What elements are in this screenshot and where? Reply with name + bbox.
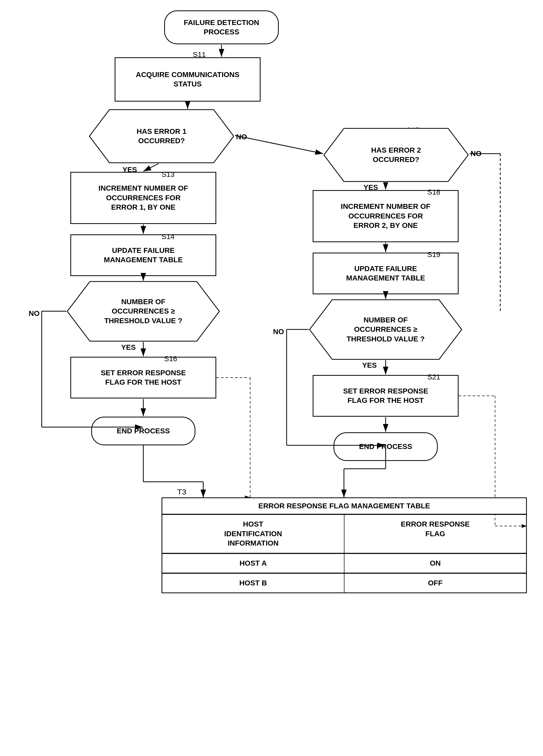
step-s11-label: ACQUIRE COMMUNICATIONS STATUS	[136, 70, 239, 89]
no-label-s12: NO	[236, 133, 247, 141]
end-node-1: END PROCESS	[91, 417, 195, 445]
step-s16: SET ERROR RESPONSEFLAG FOR THE HOST	[70, 357, 216, 398]
step-s14-label: UPDATE FAILUREMANAGEMENT TABLE	[104, 246, 183, 265]
end-node-2: END PROCESS	[334, 432, 438, 461]
start-label: FAILURE DETECTION PROCESS	[184, 18, 259, 37]
table-row-1: HOST A ON	[162, 554, 526, 573]
step-s14: UPDATE FAILUREMANAGEMENT TABLE	[70, 234, 216, 276]
table-title: ERROR RESPONSE FLAG MANAGEMENT TABLE	[162, 498, 526, 515]
step-s19: UPDATE FAILUREMANAGEMENT TABLE	[313, 253, 459, 294]
error-response-table: ERROR RESPONSE FLAG MANAGEMENT TABLE HOS…	[161, 497, 527, 593]
yes-label-s15: YES	[121, 343, 136, 352]
flowchart-diagram: FAILURE DETECTION PROCESS S11 ACQUIRE CO…	[0, 0, 543, 756]
yes-label-s20: YES	[362, 361, 377, 370]
col1-header: HOSTIDENTIFICATIONINFORMATION	[162, 515, 344, 553]
step-s11: ACQUIRE COMMUNICATIONS STATUS	[115, 57, 260, 102]
step-s12: HAS ERROR 1OCCURRED?	[89, 109, 234, 164]
step-s15-label: NUMBER OFOCCURRENCES ≥THRESHOLD VALUE ?	[104, 297, 182, 326]
t3-label: T3	[177, 488, 186, 496]
end1-label: END PROCESS	[117, 426, 170, 436]
row2-col2: OFF	[344, 573, 526, 592]
step-s17: HAS ERROR 2OCCURRED?	[323, 128, 469, 182]
col2-header: ERROR RESPONSEFLAG	[344, 515, 526, 553]
step-s19-label: UPDATE FAILUREMANAGEMENT TABLE	[346, 264, 425, 283]
step-s15: NUMBER OFOCCURRENCES ≥THRESHOLD VALUE ?	[66, 281, 220, 342]
no-label-s15: NO	[29, 309, 40, 318]
step-s18-label: INCREMENT NUMBER OFOCCURRENCES FORERROR …	[341, 202, 431, 230]
row2-col1: HOST B	[162, 573, 344, 592]
step-s17-label: HAS ERROR 2OCCURRED?	[371, 146, 421, 165]
table-row-2: HOST B OFF	[162, 573, 526, 592]
row1-col2: ON	[344, 554, 526, 573]
svg-line-5	[235, 135, 323, 154]
no-label-s17: NO	[471, 149, 482, 158]
step-s12-label: HAS ERROR 1OCCURRED?	[136, 127, 186, 146]
table-header-row: HOSTIDENTIFICATIONINFORMATION ERROR RESP…	[162, 515, 526, 553]
step-s21-label: SET ERROR RESPONSEFLAG FOR THE HOST	[343, 386, 428, 405]
step-s20-label: NUMBER OFOCCURRENCES ≥THRESHOLD VALUE ?	[347, 315, 425, 344]
end2-label: END PROCESS	[359, 442, 412, 451]
step-s16-label: SET ERROR RESPONSEFLAG FOR THE HOST	[101, 368, 186, 387]
no-label-s20: NO	[273, 328, 284, 336]
step-s20: NUMBER OFOCCURRENCES ≥THRESHOLD VALUE ?	[309, 299, 463, 360]
start-node: FAILURE DETECTION PROCESS	[164, 10, 279, 44]
step-s13: INCREMENT NUMBER OFOCCURRENCES FORERROR …	[70, 172, 216, 224]
row1-col1: HOST A	[162, 554, 344, 573]
step-s13-label: INCREMENT NUMBER OFOCCURRENCES FORERROR …	[98, 184, 188, 212]
step-s21: SET ERROR RESPONSEFLAG FOR THE HOST	[313, 375, 459, 417]
step-s18: INCREMENT NUMBER OFOCCURRENCES FORERROR …	[313, 190, 459, 242]
